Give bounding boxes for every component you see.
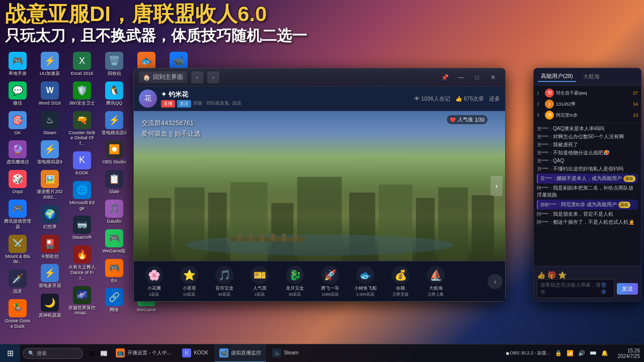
user-score: 14	[633, 102, 638, 107]
desktop-icon-icon-3[interactable]: 🎯GK	[3, 110, 33, 137]
desktop-icon-icon-1[interactable]: 🎮率地手游	[3, 50, 33, 78]
vip-badge: 高能	[618, 202, 630, 208]
desktop-icon-icon-14[interactable]: 🖼️漫游图片2023082...	[35, 168, 65, 202]
gift-item[interactable]: 🎵 音符宝盒 50花花	[207, 264, 242, 299]
gift-icon: ⛵	[427, 266, 445, 284]
clock-date: 2024/7/25	[618, 353, 640, 359]
desktop-icon-icon-21[interactable]: 🔫Counter-Strike Global Off...	[67, 110, 97, 148]
gift-item[interactable]: 🚀 腾飞一等 1988花花	[312, 264, 348, 299]
gift-more-button[interactable]: ›	[488, 274, 503, 289]
gift-name: 大航海	[429, 285, 443, 292]
nav-forward-button[interactable]: ›	[207, 71, 219, 83]
maximize-button[interactable]: □	[470, 72, 484, 83]
desktop-icon-icon-16[interactable]: 🎴卡斯欧丝	[35, 233, 65, 261]
tray-obs[interactable]: ⏺ OBS 30.2.2 - 副显...	[504, 348, 551, 358]
chat-username: 阿****：	[537, 220, 553, 225]
desktop-icon-icon-5[interactable]: 🎲Oopz	[3, 168, 33, 196]
chat-username: 另****：	[537, 126, 553, 131]
desktop-icon-icon-2[interactable]: 💬微信	[3, 80, 33, 108]
send-button[interactable]: 发送	[617, 283, 638, 295]
desktop-icon-icon-11[interactable]: WWord 2016	[35, 80, 65, 108]
desktop-icon-icon-7[interactable]: ⚔️Mount & Blade...	[3, 233, 33, 266]
notification-icon[interactable]: 🔔	[600, 348, 610, 358]
task-view-button[interactable]: ⊞	[88, 348, 98, 358]
gift-name: 小星星	[183, 285, 196, 292]
gift-item[interactable]: 🎫 人气票 1花花	[242, 264, 277, 299]
tray-icon-1[interactable]: 🔒	[553, 348, 564, 358]
gift-icon: 🌸	[145, 266, 163, 284]
svg-rect-0	[149, 198, 171, 261]
reaction-thumbs-up[interactable]: 👍	[537, 271, 545, 279]
reaction-gift[interactable]: 🎁	[547, 271, 556, 279]
desktop-icon-icon-27[interactable]: 🗑️回收站	[99, 50, 129, 78]
home-button[interactable]: 🏠 回到主界面	[139, 71, 187, 83]
gift-items: 🌸 小花瓣 1花花 ⭐ 小星星 10花花 🎵 音符宝盒 50花花 🎫 人气票 1…	[136, 264, 485, 299]
tray-icon-4[interactable]: ⌨️	[588, 348, 598, 358]
gift-price: 1花花	[149, 292, 159, 297]
next-stream-button[interactable]: ›	[491, 176, 503, 196]
taskbar-app[interactable]: 📺 开播设置 - 个人中...	[111, 344, 176, 363]
desktop-icon-icon-19[interactable]: XExcel 2016	[67, 50, 97, 78]
more-stats[interactable]: 还多	[489, 95, 500, 103]
username: 131452季	[556, 101, 631, 108]
desktop-icon-icon-6[interactable]: 🎮腾讯游戏管理器	[3, 198, 33, 231]
taskbar-app[interactable]: 📹 虚拟直播监控	[214, 344, 266, 363]
gift-item[interactable]: ⭐ 小星星 10花花	[172, 264, 207, 299]
obs-label: OBS 30.2.2 - 副显...	[510, 350, 550, 356]
streamer-sub-tags: 国服 · 部队吸血鬼 · 战意	[193, 100, 242, 108]
desktop-icon-icon-34[interactable]: 🎮EA	[99, 257, 129, 285]
gift-name: 小鲤鱼飞船	[354, 285, 377, 292]
taskbar-clock[interactable]: 15:26 2024/7/25	[614, 348, 645, 359]
gift-item[interactable]: 🐉 龙月宝盒 30花花	[277, 264, 312, 299]
desktop-icon-icon-24[interactable]: 🥽SteamVR	[67, 214, 97, 242]
minimize-button[interactable]: —	[454, 72, 468, 83]
desktop-icon-icon-20[interactable]: 🛡️360安全卫士	[67, 80, 97, 108]
gift-item[interactable]: 🐟 小鲤鱼飞船 2,999花花	[348, 264, 383, 299]
follow-tag[interactable]: 关注	[177, 100, 191, 108]
gift-item[interactable]: 💰 余额 立即充值	[383, 264, 418, 299]
desktop-icon-icon-22[interactable]: KKOOK	[67, 150, 97, 177]
desktop-icon-icon-26[interactable]: 🌌穿越世界算控 Amaz...	[67, 285, 97, 318]
taskbar-app[interactable]: K KOOK	[177, 344, 213, 363]
desktop-icon-icon-33[interactable]: 🎮WeGame版	[99, 228, 129, 255]
reaction-star[interactable]: ⭐	[558, 271, 567, 279]
desktop-icon-icon-31[interactable]: 📋Slate	[99, 168, 129, 196]
tab-sailing[interactable]: 大航海	[580, 72, 603, 81]
desktop-icon-icon-35[interactable]: 🔗网络	[99, 287, 129, 314]
desktop-icon-icon-17[interactable]: ⚡雷电多开器	[35, 262, 65, 290]
gift-name: 音符宝盒	[215, 285, 233, 292]
close-button[interactable]: ✕	[486, 72, 500, 83]
tab-high-energy[interactable]: 高能用户(28)	[538, 71, 576, 82]
desktop-icon-icon-8[interactable]: 🗡️战意	[3, 268, 33, 296]
desktop-icon-icon-23[interactable]: 🌐Microsoft Edge	[67, 179, 97, 213]
desktop-icon-icon-4[interactable]: 🔮虚拟魔镜仪	[3, 139, 33, 166]
tray-icon-3[interactable]: 🔊	[577, 348, 587, 358]
taskbar-search[interactable]: 🔍 搜索	[23, 348, 83, 359]
desktop-icon-icon-9[interactable]: 🦆Goose Goose Duck	[3, 298, 33, 331]
desktop-icon-icon-30[interactable]: ⏺️OBS Studio	[99, 139, 129, 166]
gift-item[interactable]: 🌸 小花瓣 1花花	[136, 264, 172, 299]
nav-back-button[interactable]: ‹	[191, 71, 203, 83]
desktop-icon-icon-28[interactable]: 🐧腾讯QQ	[99, 80, 129, 108]
tray-icon-2[interactable]: 📶	[565, 348, 575, 358]
desktop-icon-icon-18[interactable]: 🌙原神机器器	[35, 292, 65, 320]
taskbar: ⊞ 🔍 搜索 ⊞ 📰 📺 开播设置 - 个人中... K KOOK 📹 虚拟直播…	[0, 344, 644, 362]
desktop-icon-icon-12[interactable]: ♨Steam	[35, 110, 65, 137]
taskbar-app[interactable]: ♨ Steam	[267, 344, 303, 363]
gift-price: 2,999花花	[356, 292, 374, 297]
desktop-icon-icon-10[interactable]: ⚡UU加速器	[35, 50, 65, 78]
gift-name: 人气票	[253, 285, 267, 292]
pin-button[interactable]: 📌	[438, 72, 452, 83]
chat-text: 不懂钓出这些奸地私人是假钓吗	[553, 166, 623, 171]
widgets-button[interactable]: 📰	[99, 348, 109, 358]
overlay-line1: 战意亚服DI，唐联盟收人6.0	[0, 3, 644, 26]
login-link[interactable]: 登录	[601, 282, 611, 296]
desktop-icon-icon-25[interactable]: 🔥火有火之舞人 Dance of Fir...	[67, 244, 97, 282]
start-button[interactable]: ⊞	[0, 344, 20, 363]
desktop-icon-icon-15[interactable]: 🌍幻世界	[35, 204, 65, 231]
gift-item[interactable]: ⛵ 大航海 立即上船	[418, 264, 453, 299]
chat-message: 阿****：我是刷副本把第二名，补给点两队放浮屠就跑	[537, 185, 638, 199]
desktop-icon-icon-13[interactable]: ⚡雷电模拟器9	[35, 139, 65, 166]
desktop-icon-icon-32[interactable]: 🎵Gaudio	[99, 198, 129, 226]
desktop-icon-icon-29[interactable]: ⚡雷电模拟器5	[99, 110, 129, 137]
